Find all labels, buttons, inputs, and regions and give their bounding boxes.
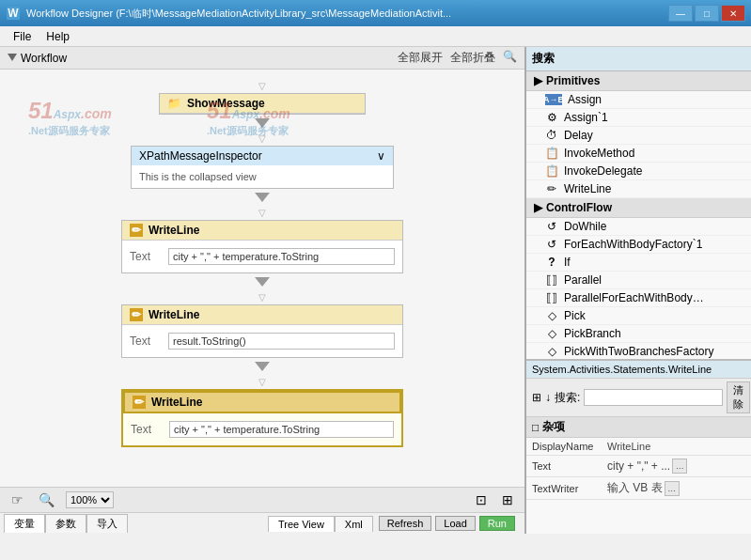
prop-text-editable: city + "," + ... … [607, 459, 745, 474]
prop-text-edit-btn[interactable]: … [672, 459, 687, 474]
pickbranch-icon: ◇ [545, 327, 558, 340]
workflow-canvas[interactable]: 51Aspx.com .Net源码服务专家 51Aspx.com .Net源码服… [0, 70, 524, 487]
primitives-label: Primitives [546, 74, 600, 87]
writeline3-block[interactable]: ✏ WriteLine Text city + "," + temperatur… [121, 389, 403, 447]
show-message-block[interactable]: 📁 ShowMessage [159, 93, 366, 115]
prop-text-value: city + "," + ... … [602, 456, 751, 477]
writeline2-icon: ✏ [130, 308, 143, 321]
writeline2-header: ✏ WriteLine [122, 305, 402, 325]
section-expand-icon: □ [532, 421, 539, 434]
tab-treeview[interactable]: Tree View [268, 516, 335, 532]
load-button[interactable]: Load [435, 516, 475, 531]
expand-all-btn[interactable]: 全部展开 [398, 50, 443, 66]
activity-flow: ▽ 📁 ShowMessage ▽ XPathMessageInspector … [9, 79, 515, 447]
pick-icon: ◇ [545, 309, 558, 322]
hand-icon[interactable]: ☞ [8, 490, 27, 509]
toolbox-search-bar: 搜索 [526, 47, 751, 71]
maximize-button[interactable]: □ [695, 5, 719, 22]
toolbox-label: 搜索 [532, 51, 555, 67]
prop-displayname-label: DisplayName [526, 438, 602, 456]
toolbox-writeline[interactable]: ✏ WriteLine [526, 180, 751, 198]
writeline1-label: WriteLine [149, 224, 199, 237]
tab-variable[interactable]: 变量 [4, 514, 45, 533]
props-search-input[interactable] [584, 389, 723, 406]
writeline2-block[interactable]: ✏ WriteLine Text result.ToString() [121, 304, 403, 358]
props-sort-icon[interactable]: ⊞ [532, 391, 541, 404]
search-icon[interactable]: 🔍 [35, 490, 58, 509]
prop-textwriter-value: 输入 VB 表 … [602, 477, 751, 500]
pickbranch-label: PickBranch [564, 327, 621, 340]
workflow-header: Workflow 全部展开 全部折叠 🔍 [0, 47, 524, 70]
bottom-toolbar: ☞ 🔍 100% 75% 50% ⊡ ⊞ [0, 488, 524, 513]
xpath-body: This is the collapsed view [132, 165, 393, 188]
collapse-triangle[interactable] [8, 54, 17, 63]
tab-params[interactable]: 参数 [45, 514, 86, 533]
parallelforeach-label: ParallelForEachWithBodyFactory` [564, 291, 705, 304]
group-primitives[interactable]: ▶ Primitives [526, 71, 751, 91]
toolbox-dowhile[interactable]: ↺ DoWhile [526, 218, 751, 236]
workflow-designer-panel: Workflow 全部展开 全部折叠 🔍 51Aspx.com .Net源码服务… [0, 47, 525, 534]
props-clear-button[interactable]: 清除 [727, 381, 750, 413]
group-controlflow[interactable]: ▶ ControlFlow [526, 198, 751, 218]
writeline3-text-row: Text city + "," + temperature.ToString [131, 419, 394, 440]
prop-textwriter-content: 输入 VB 表 [607, 480, 663, 496]
toolbox-if[interactable]: ? If [526, 254, 751, 272]
writeline2-text-value[interactable]: result.ToString() [168, 333, 395, 350]
show-message-header: 📁 ShowMessage [160, 94, 365, 114]
toolbox-assign1[interactable]: ⚙ Assign`1 [526, 109, 751, 127]
toolbox-foreach[interactable]: ↺ ForEachWithBodyFactory`1 [526, 236, 751, 254]
close-button[interactable]: ✕ [721, 5, 745, 22]
writeline3-body: Text city + "," + temperature.ToString [123, 413, 401, 445]
props-section-header: □ 杂项 [526, 417, 751, 438]
menu-file[interactable]: File [6, 28, 39, 45]
run-button[interactable]: Run [479, 516, 515, 531]
toolbox-invokemethod[interactable]: 📋 InvokeMethod [526, 145, 751, 163]
toolbox-assign[interactable]: A→B Assign [526, 91, 751, 109]
minimize-button[interactable]: — [668, 5, 693, 22]
toolbox-delay[interactable]: ⏱ Delay [526, 127, 751, 145]
tab-xml[interactable]: Xml [335, 516, 373, 532]
toolbox-pickbranch[interactable]: ◇ PickBranch [526, 325, 751, 343]
toolbox: ▶ Primitives A→B Assign ⚙ Assign`1 ⏱ Del… [526, 71, 751, 360]
window-title: Workflow Designer (F:\临时\MessageMediatio… [26, 7, 668, 21]
menu-bar: File Help [0, 26, 751, 47]
fit-icon[interactable]: ⊡ [472, 490, 491, 509]
if-label: If [564, 256, 571, 269]
writeline1-block[interactable]: ✏ WriteLine Text city + "," + temperatur… [121, 220, 403, 273]
bottom-panel: ☞ 🔍 100% 75% 50% ⊡ ⊞ 变量 参数 导入 Tree View … [0, 487, 524, 534]
prop-displayname-value[interactable]: WriteLine [602, 438, 751, 456]
writeline1-text-row: Text city + "," + temperature.ToString [130, 246, 395, 267]
prop-textwriter-edit-btn[interactable]: … [665, 481, 680, 496]
collapse-all-btn[interactable]: 全部折叠 [450, 50, 495, 66]
section-label: 杂项 [542, 419, 565, 435]
props-title: System.Activities.Statements.WriteLine [526, 361, 751, 379]
writeline1-text-value[interactable]: city + "," + temperature.ToString [168, 248, 395, 265]
svg-text:W: W [8, 7, 19, 20]
writeline1-icon: ✏ [130, 224, 143, 237]
arrow-down-3: ▽ [257, 290, 268, 304]
invokedelegate-icon: 📋 [545, 164, 558, 178]
properties-panel: System.Activities.Statements.WriteLine ⊞… [526, 360, 751, 534]
toolbox-pick[interactable]: ◇ Pick [526, 307, 751, 325]
arrow-3 [255, 277, 270, 287]
writeline3-text-value[interactable]: city + "," + temperature.ToString [169, 421, 394, 438]
writeline3-text-label: Text [131, 423, 164, 436]
writeline1-text-label: Text [130, 250, 163, 263]
foreach-label: ForEachWithBodyFactory`1 [564, 238, 702, 251]
controlflow-label: ControlFlow [546, 201, 612, 214]
zoom-select[interactable]: 100% 75% 50% [66, 491, 114, 508]
toolbox-parallel[interactable]: ⟦⟧ Parallel [526, 272, 751, 289]
menu-help[interactable]: Help [39, 28, 77, 45]
arrow-2 [255, 193, 270, 202]
xpath-expand-icon[interactable]: ∨ [377, 149, 385, 163]
toolbox-picktwobranches[interactable]: ◇ PickWithTwoBranchesFactory [526, 343, 751, 360]
toolbox-invokedelegate[interactable]: 📋 InvokeDelegate [526, 163, 751, 180]
svg-marker-2 [8, 54, 17, 61]
refresh-button[interactable]: Refresh [379, 516, 432, 531]
xpath-block[interactable]: XPathMessageInspector ∨ This is the coll… [131, 146, 394, 189]
toolbox-parallelforeach[interactable]: ⟦⟧ ParallelForEachWithBodyFactory` [526, 289, 751, 307]
fullscreen-icon[interactable]: ⊞ [498, 490, 517, 509]
tab-import[interactable]: 导入 [86, 514, 128, 533]
props-az-icon[interactable]: ↓ [545, 391, 551, 404]
arrow-down-1: ▽ [257, 132, 268, 146]
